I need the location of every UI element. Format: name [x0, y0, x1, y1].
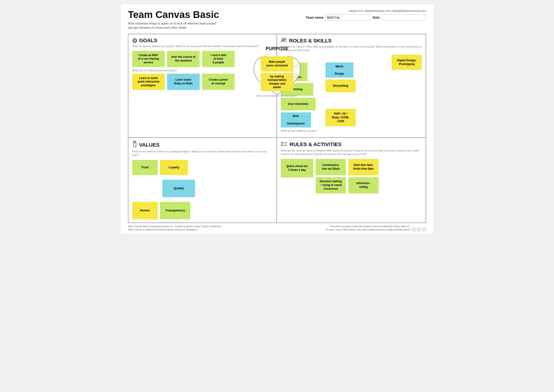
- canvas: ⊙ GOALS What we want to achieve as a gro…: [128, 34, 426, 223]
- footer-icons: cc ⓘ ⟳: [412, 227, 426, 231]
- team-name-input[interactable]: [325, 14, 370, 21]
- value-humor: Humor: [132, 202, 158, 219]
- person-mark: MarkCEOOperations: [281, 63, 307, 81]
- skill-digital-design: Digital Design,Prototyping: [364, 55, 422, 72]
- footer: Team Canvas Basic by theteamcanvas.com. …: [128, 225, 426, 231]
- rules-icon: [281, 141, 288, 148]
- footer-left: Team Canvas Basic by theteamcanvas.com. …: [128, 225, 221, 231]
- rule-communication: Communica-tion via Slack: [316, 159, 346, 175]
- skill-storytelling: Storytelling: [325, 79, 356, 92]
- value-trust: Trust: [132, 160, 158, 175]
- date-group: Date: [373, 14, 426, 21]
- goals-icon: ⊙: [132, 37, 137, 44]
- individual-goals-label: What are our individual personal goals?: [132, 69, 273, 72]
- values-grid: Trust Loyalty Quality Humor Transparency: [132, 160, 273, 219]
- header-meta: Version 0.8 | theteamcanvas.com | hello@…: [349, 9, 426, 13]
- roles-description: What are our names? What skills and stre…: [281, 45, 422, 52]
- roles-content: MarkCEOOperations Pitching User intervie…: [281, 63, 422, 127]
- footer-right-text: This work is licensed under the Creative…: [326, 225, 410, 231]
- header-left: Team Canvas Basic Most important things …: [128, 9, 219, 30]
- footer-right: This work is licensed under the Creative…: [326, 225, 426, 231]
- page-title: Team Canvas Basic: [128, 9, 219, 20]
- group-name-label: What are we called as a group?: [281, 129, 422, 132]
- roles-left-col: MarkCEOOperations Pitching User intervie…: [281, 63, 316, 127]
- rules-grid: Quick check-ins2 times a day Communica-t…: [281, 159, 422, 193]
- rule-decision: Decision making-- trying to reachconsens…: [316, 177, 346, 193]
- rule-voting: otherwise -voting: [348, 177, 379, 193]
- person-bob: BobDevelopment: [281, 112, 311, 127]
- rules-description: What are the rules we want to introduce …: [281, 149, 422, 156]
- goals-section: ⊙ GOALS What we want to achieve as a gro…: [128, 34, 277, 138]
- individual-goal-3: Create a proofof concept: [202, 74, 235, 90]
- svg-point-1: [285, 38, 286, 40]
- rule-start-time: Start time 9am,finish time 9pm: [348, 159, 379, 175]
- svg-point-0: [282, 38, 284, 40]
- header-right: Version 0.8 | theteamcanvas.com | hello@…: [306, 9, 426, 21]
- rules-title: RULES & ACTIVITIES: [281, 141, 422, 148]
- header: Team Canvas Basic Most important things …: [128, 9, 426, 30]
- group-goals-row: Create an MVPof a car-sharingservice ove…: [132, 51, 273, 67]
- values-section: VALUES What do we stand for? What are gu…: [128, 138, 277, 223]
- info-icon: ⓘ: [417, 227, 421, 231]
- page-subtitle: Most important things to agree on to kic…: [128, 21, 219, 30]
- individual-goal-1: Learn to buildquick interactiveprototype…: [132, 74, 165, 90]
- date-input[interactable]: [381, 14, 426, 21]
- values-description: What do we stand for? What are guiding p…: [132, 150, 273, 157]
- skill-user-interviews: User interviews: [281, 98, 316, 111]
- roles-section: ROLES & SKILLS What are our names? What …: [277, 34, 426, 138]
- goal-note-2: over the course ofthe weekend: [167, 51, 200, 67]
- footer-left-line1: Team Canvas Basic by theteamcanvas.com. …: [128, 225, 221, 228]
- date-label: Date: [373, 16, 380, 19]
- individual-goals-row: Learn to buildquick interactiveprototype…: [132, 74, 273, 90]
- roles-title: ROLES & SKILLS: [281, 37, 422, 44]
- values-title: VALUES: [132, 141, 273, 149]
- skill-php: PHP / JS /Ruby / HTML+CSS: [325, 109, 356, 126]
- rule-quick-checkins: Quick check-ins2 times a day: [281, 159, 313, 178]
- skill-pitching: Pitching: [281, 83, 313, 96]
- cc-icon: cc: [412, 227, 416, 231]
- individual-goal-2: Learn someRuby on Rails: [167, 74, 200, 90]
- value-quality: Quality: [162, 180, 195, 197]
- team-name-group: Team name: [306, 14, 370, 21]
- share-icon: ⟳: [422, 227, 426, 231]
- goals-title: ⊙ GOALS: [132, 37, 273, 44]
- goals-description: What we want to achieve as a group? What…: [132, 44, 273, 48]
- person-marie: MarieDesign: [325, 63, 353, 78]
- rules-section: RULES & ACTIVITIES What are the rules we…: [277, 138, 426, 223]
- rules-right-col: Communica-tion via Slack Decision making…: [316, 159, 346, 193]
- header-fields: Team name Date: [306, 14, 426, 21]
- values-icon: [132, 141, 137, 149]
- roles-right-col: MarieDesign Storytelling PHP / JS /Ruby …: [325, 63, 356, 126]
- goal-note-3: + test it withat least5 people: [202, 51, 235, 67]
- footer-left-line2: Team Canvas is inspired by Business Mode…: [128, 228, 221, 231]
- goal-note-1: Create an MVPof a car-sharingservice: [132, 51, 165, 67]
- rules-far-col: Start time 9am,finish time 9pm otherwise…: [348, 159, 379, 193]
- team-name-label: Team name: [306, 16, 324, 19]
- value-loyalty: Loyalty: [160, 160, 188, 175]
- roles-icon: [281, 37, 287, 44]
- page: Team Canvas Basic Most important things …: [121, 5, 433, 234]
- value-transparency: Transparency: [160, 202, 190, 219]
